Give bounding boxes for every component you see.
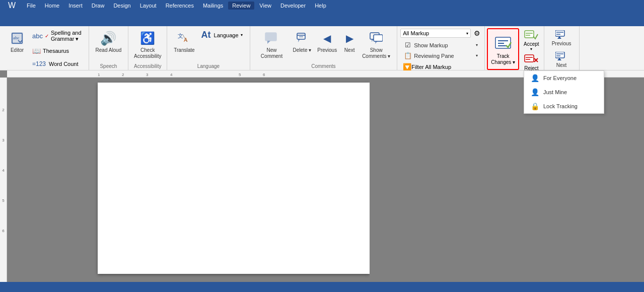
accessibility-label: Accessibility xyxy=(132,63,163,70)
menu-view[interactable]: View xyxy=(255,2,275,10)
newcomment-button[interactable]: New Comment xyxy=(254,28,290,61)
menu-references[interactable]: References xyxy=(162,2,198,10)
checkaccessibility-icon: ♿ xyxy=(140,30,155,46)
markup-top-row: All Markup ▾ ⚙ xyxy=(400,28,481,38)
markup-settings-button[interactable]: ⚙ xyxy=(473,28,481,38)
menu-developer[interactable]: Developer xyxy=(276,2,310,10)
ruler-tick-3: 3 xyxy=(0,138,7,142)
comments-group: New Comment Delete ▾ ◀ Previous ▶ xyxy=(250,26,398,70)
comments-previous-label: Previous xyxy=(317,47,337,53)
reviewing-pane-icon: 📋 xyxy=(404,52,412,59)
accept-arrow-icon: ▾ xyxy=(530,47,532,51)
svg-rect-30 xyxy=(555,52,564,58)
for-everyone-label: For Everyone xyxy=(543,75,577,81)
ruler-tick-5: 5 xyxy=(0,198,7,203)
nav-previous-icon xyxy=(555,30,567,41)
delete-label: Delete ▾ xyxy=(293,47,312,53)
readaloud-icon: 🔊 xyxy=(100,30,116,46)
nav-group: Previous Next xyxy=(544,26,580,70)
ruler-tick-4: 4 xyxy=(0,168,7,173)
readaloud-label: Read Aloud xyxy=(96,47,122,53)
showcomments-button[interactable]: ShowComments ▾ xyxy=(360,28,393,61)
menu-help[interactable]: Help xyxy=(311,2,330,10)
just-mine-label: Just Mine xyxy=(543,89,567,95)
comments-next-button[interactable]: ▶ Next xyxy=(340,28,359,55)
comments-label: Comments xyxy=(254,63,393,70)
comments-previous-icon: ◀ xyxy=(323,30,331,46)
ribbon: abc Editor abc ✓ Spelling andGrammar ▾ 📖… xyxy=(0,26,644,70)
all-markup-select[interactable]: All Markup ▾ xyxy=(400,29,471,38)
nav-next-label: Next xyxy=(556,62,567,68)
for-everyone-item[interactable]: 👤 For Everyone xyxy=(524,71,604,85)
show-markup-arrow-icon: ▾ xyxy=(476,43,478,47)
delete-button[interactable]: Delete ▾ xyxy=(291,28,314,55)
accept-button[interactable]: Accept ▾ xyxy=(521,29,542,52)
checkaccessibility-button[interactable]: ♿ Check Accessibility xyxy=(132,28,163,61)
spelling-button[interactable]: abc ✓ Spelling andGrammar ▾ xyxy=(29,28,85,44)
all-markup-select-text: All Markup xyxy=(403,30,464,36)
just-mine-icon: 👤 xyxy=(530,88,539,96)
svg-rect-22 xyxy=(525,55,534,62)
lock-tracking-item[interactable]: 🔒 Lock Tracking xyxy=(524,99,604,113)
svg-text:文: 文 xyxy=(178,33,183,39)
nav-next-button[interactable]: Next xyxy=(551,50,572,69)
comments-items: New Comment Delete ▾ ◀ Previous ▶ xyxy=(254,28,393,63)
track-changes-label: TrackChanges ▾ xyxy=(491,53,515,65)
accessibility-group: ♿ Check Accessibility Accessibility xyxy=(128,26,167,70)
menu-home[interactable]: Home xyxy=(41,2,63,10)
tab-bar xyxy=(0,11,644,26)
thesaurus-icon: 📖 xyxy=(32,47,41,55)
track-changes-group: TrackChanges ▾ Accept ▾ xyxy=(485,26,544,70)
menu-layout[interactable]: Layout xyxy=(136,2,161,10)
nav-previous-button[interactable]: Previous xyxy=(547,28,576,48)
lock-tracking-label: Lock Tracking xyxy=(543,103,578,109)
thesaurus-button[interactable]: 📖 Thesaurus xyxy=(29,45,85,57)
show-markup-button[interactable]: ☑ Show Markup ▾ xyxy=(400,40,481,50)
editor-icon: abc xyxy=(9,30,25,46)
svg-rect-13 xyxy=(374,35,383,41)
menu-bar: W File Home Insert Draw Design Layout Re… xyxy=(0,0,644,11)
menu-file[interactable]: File xyxy=(23,2,40,10)
language-at-icon: At xyxy=(201,30,211,40)
editor-button[interactable]: abc Editor xyxy=(6,28,28,55)
spelling-icon: abc xyxy=(32,32,43,40)
wordcount-button[interactable]: =123 Word Count xyxy=(29,58,85,70)
readaloud-button[interactable]: 🔊 Read Aloud xyxy=(93,28,124,55)
language-label: Language xyxy=(214,32,239,38)
app-icon: W xyxy=(4,0,20,11)
menu-review[interactable]: Review xyxy=(228,2,254,10)
menu-insert[interactable]: Insert xyxy=(64,2,87,10)
menu-mailings[interactable]: Mailings xyxy=(199,2,227,10)
language-items: 文 A Translate At Language ▾ xyxy=(171,28,245,63)
wordcount-label: Word Count xyxy=(49,61,79,67)
showcomments-label: ShowComments ▾ xyxy=(362,47,390,59)
language-button[interactable]: At Language ▾ xyxy=(198,28,246,42)
speech-label: Speech xyxy=(93,63,124,70)
translate-button[interactable]: 文 A Translate xyxy=(171,28,197,55)
language-stacked: At Language ▾ xyxy=(198,28,246,42)
track-changes-button[interactable]: TrackChanges ▾ xyxy=(487,28,519,70)
thesaurus-label: Thesaurus xyxy=(43,48,69,54)
ruler-tick-6: 6 xyxy=(0,229,7,233)
svg-marker-14 xyxy=(375,41,378,44)
proofing-items: abc Editor abc ✓ Spelling andGrammar ▾ 📖… xyxy=(6,28,85,70)
track-changes-dropdown: 👤 For Everyone 👤 Just Mine 🔒 Lock Tracki… xyxy=(524,70,604,114)
comments-next-label: Next xyxy=(344,47,355,53)
menu-design[interactable]: Design xyxy=(109,2,134,10)
nav-next-icon xyxy=(555,51,567,62)
spelling-checkmark-icon: ✓ xyxy=(45,33,49,39)
show-markup-icon: ☑ xyxy=(404,41,412,49)
ruler-left: 2 3 4 5 6 xyxy=(0,78,7,282)
comments-previous-button[interactable]: ◀ Previous xyxy=(315,28,339,55)
reviewing-pane-button[interactable]: 📋 Reviewing Pane ▾ xyxy=(400,50,481,61)
menu-draw[interactable]: Draw xyxy=(88,2,109,10)
proofing-group: abc Editor abc ✓ Spelling andGrammar ▾ 📖… xyxy=(2,26,89,70)
document-page[interactable] xyxy=(98,83,370,274)
editor-label: Editor xyxy=(11,47,24,53)
reviewing-pane-arrow-icon: ▾ xyxy=(476,53,478,58)
all-markup-arrow-icon: ▾ xyxy=(466,31,468,36)
svg-marker-8 xyxy=(298,39,300,42)
track-changes-icon xyxy=(494,33,512,53)
checkaccessibility-label: Check Accessibility xyxy=(134,47,161,59)
just-mine-item[interactable]: 👤 Just Mine xyxy=(524,85,604,99)
